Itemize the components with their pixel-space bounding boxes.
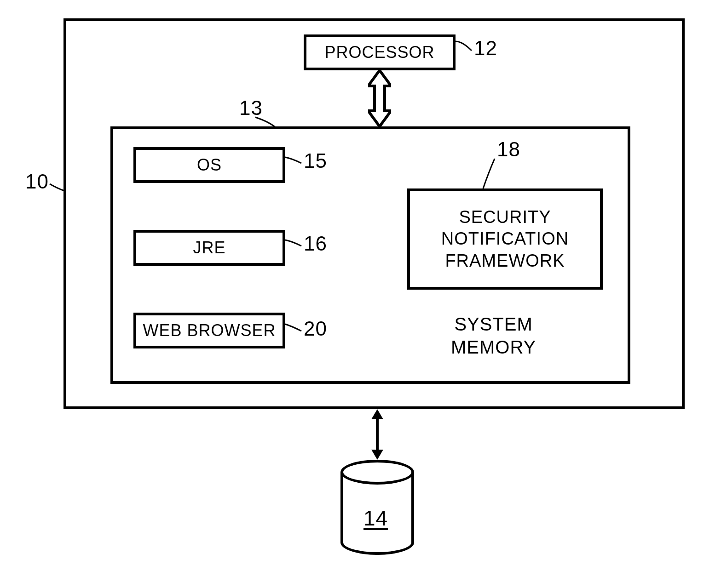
bidir-arrow-icon (368, 70, 391, 126)
ref-15: 15 (304, 149, 327, 172)
svg-marker-2 (371, 409, 383, 419)
ref-12: 12 (474, 37, 497, 60)
svg-marker-3 (371, 450, 383, 460)
snf-label: SECURITY NOTIFICATION FRAMEWORK (441, 206, 569, 272)
cylinder-top (340, 460, 414, 485)
db-arrow-icon (369, 409, 385, 460)
jre-box: JRE (133, 230, 285, 266)
jre-label: JRE (193, 238, 225, 257)
os-box: OS (133, 147, 285, 183)
processor-label: PROCESSOR (324, 43, 434, 62)
ref-10: 10 (25, 170, 49, 193)
ref-18: 18 (497, 138, 520, 161)
os-label: OS (197, 155, 222, 175)
ref-20: 20 (304, 317, 327, 340)
snf-box: SECURITY NOTIFICATION FRAMEWORK (407, 188, 603, 290)
svg-marker-0 (368, 70, 391, 126)
system-memory-label: SYSTEM MEMORY (451, 313, 536, 359)
browser-box: WEB BROWSER (133, 313, 285, 348)
processor-box: PROCESSOR (304, 34, 456, 70)
ref-14: 14 (363, 506, 388, 531)
ref-16: 16 (304, 232, 327, 255)
browser-label: WEB BROWSER (143, 321, 276, 340)
ref-13: 13 (239, 97, 263, 120)
